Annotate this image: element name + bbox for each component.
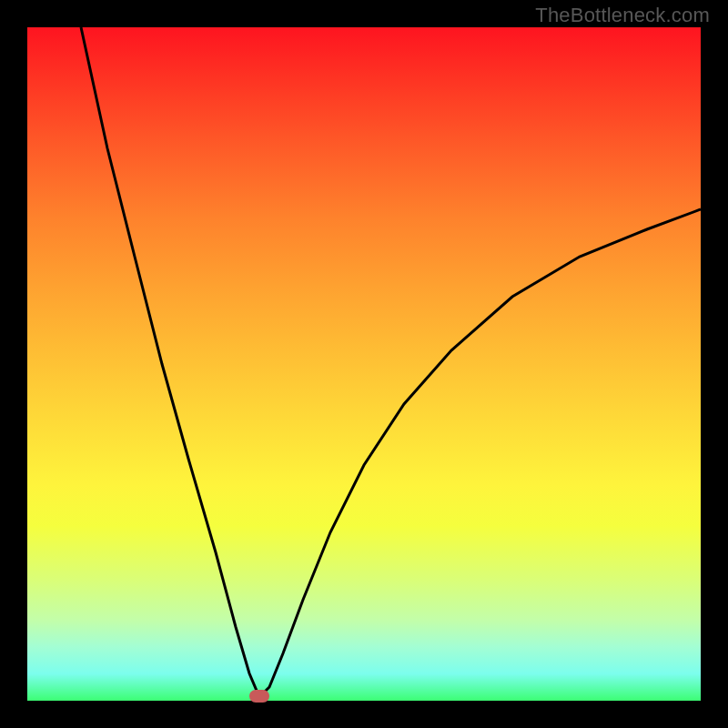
watermark-text: TheBottleneck.com (535, 4, 710, 27)
bottleneck-curve (81, 27, 701, 697)
curve-svg (27, 27, 701, 701)
optimal-point-marker (249, 690, 269, 703)
chart-frame: TheBottleneck.com (0, 0, 728, 728)
plot-area (27, 27, 701, 701)
